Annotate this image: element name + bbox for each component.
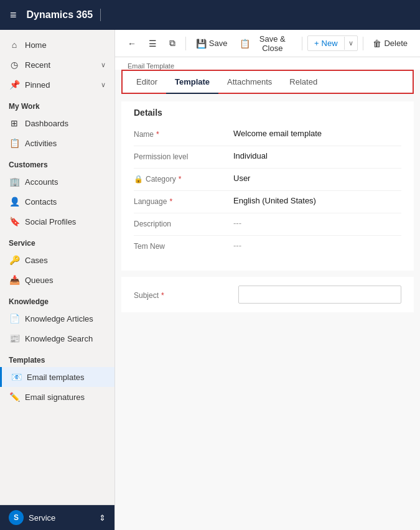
main-content: ← ☰ ⧉ 💾 Save 📋 Save & Close + New — [115, 30, 420, 530]
sidebar-item-label: Queues — [25, 276, 106, 285]
new-label: New — [322, 39, 338, 48]
save-button[interactable]: 💾 Save — [191, 35, 233, 52]
sidebar-item-label: Email templates — [27, 373, 106, 382]
field-value-description: --- — [233, 218, 401, 228]
sidebar-footer[interactable]: S Service ⇕ — [0, 504, 114, 530]
sidebar-item-label: Email signatures — [25, 393, 106, 402]
sidebar-item-label: Dashboards — [25, 119, 106, 128]
save-icon: 💾 — [196, 39, 207, 49]
sidebar-item-label: Knowledge Search — [25, 334, 106, 343]
sidebar-item-label: Home — [25, 40, 106, 50]
field-label-description: Description — [134, 218, 233, 228]
save-close-label: Save & Close — [253, 34, 292, 53]
tab-editor[interactable]: Editor — [128, 71, 166, 94]
sidebar-item-dashboards[interactable]: ⊞ Dashboards — [0, 113, 114, 133]
details-title: Details — [134, 108, 401, 118]
tabs-bar: Editor Template Attachments Related — [121, 70, 414, 94]
field-row-description: Description --- — [134, 213, 401, 236]
duplicate-button[interactable]: ⧉ — [164, 35, 180, 52]
sidebar-item-activities[interactable]: 📋 Activities — [0, 133, 114, 153]
toolbar-divider2 — [302, 37, 302, 50]
field-value-category: User — [233, 174, 401, 183]
tab-template[interactable]: Template — [166, 71, 218, 94]
dashboards-icon: ⊞ — [9, 118, 20, 129]
cases-icon: 🔑 — [9, 254, 20, 266]
sidebar-item-email-templates[interactable]: 📧 Email templates — [0, 367, 114, 387]
new-icon: + — [314, 39, 319, 48]
contacts-icon: 👤 — [9, 196, 20, 207]
field-row-tem-new: Tem New --- — [134, 236, 401, 258]
subject-section: Subject * — [121, 277, 414, 312]
field-value-permission-level: Individual — [233, 151, 401, 160]
field-label-subject: Subject * — [134, 290, 233, 300]
sidebar-item-knowledge-articles[interactable]: 📄 Knowledge Articles — [0, 309, 114, 328]
record-area: Email Template Editor Template Attachmen… — [115, 57, 420, 530]
sidebar-item-label: Accounts — [25, 177, 106, 187]
field-label-permission-level: Permission level — [134, 151, 233, 161]
tab-attachments[interactable]: Attachments — [218, 71, 281, 94]
knowledge-search-icon: 📰 — [9, 333, 20, 344]
record-type-header: Email Template — [115, 57, 420, 70]
home-icon: ⌂ — [9, 39, 20, 50]
form-icon: ☰ — [149, 39, 157, 49]
accounts-icon: 🏢 — [9, 176, 20, 187]
back-button[interactable]: ← — [123, 35, 141, 52]
sidebar-item-cases[interactable]: 🔑 Cases — [0, 250, 114, 270]
duplicate-icon: ⧉ — [169, 38, 175, 49]
activities-icon: 📋 — [9, 137, 20, 149]
app-title: Dynamics 365 — [27, 9, 93, 21]
new-button[interactable]: + New — [308, 36, 344, 50]
sidebar-item-recent[interactable]: ◷ Recent ∨ — [0, 55, 114, 75]
toolbar-divider3 — [363, 37, 363, 50]
field-row-name: Name * Welcome email template — [134, 124, 401, 146]
sidebar-item-home[interactable]: ⌂ Home — [0, 35, 114, 55]
sidebar-item-accounts[interactable]: 🏢 Accounts — [0, 172, 114, 192]
required-indicator: * — [169, 197, 172, 206]
sidebar-item-label: Recent — [25, 60, 101, 70]
delete-button[interactable]: 🗑 Delete — [368, 35, 413, 52]
section-header-knowledge: Knowledge — [0, 290, 114, 309]
record-form-button[interactable]: ☰ — [144, 35, 162, 52]
layout: ⌂ Home ◷ Recent ∨ 📌 Pinned ∨ My Work ⊞ D… — [0, 30, 420, 530]
top-bar-divider — [100, 9, 101, 21]
delete-label: Delete — [384, 39, 408, 48]
lock-icon: 🔒 — [134, 175, 143, 184]
subject-input[interactable] — [238, 286, 401, 304]
toolbar: ← ☰ ⧉ 💾 Save 📋 Save & Close + New — [115, 30, 420, 57]
new-button-group: + New ∨ — [307, 35, 358, 51]
email-signatures-icon: ✏️ — [9, 391, 20, 402]
save-close-button[interactable]: 📋 Save & Close — [235, 31, 297, 56]
sidebar-item-pinned[interactable]: 📌 Pinned ∨ — [0, 75, 114, 95]
hamburger-icon[interactable]: ≡ — [10, 9, 17, 22]
field-label-tem-new: Tem New — [134, 241, 233, 251]
sidebar-item-queues[interactable]: 📥 Queues — [0, 270, 114, 290]
required-indicator: * — [179, 175, 182, 184]
field-row-language: Language * English (United States) — [134, 191, 401, 213]
chevron-updown-icon: ⇕ — [99, 513, 106, 523]
field-row-permission-level: Permission level Individual — [134, 146, 401, 169]
section-header-my-work: My Work — [0, 95, 114, 113]
section-header-service: Service — [0, 231, 114, 250]
section-header-templates: Templates — [0, 348, 114, 367]
sidebar-item-label: Social Profiles — [25, 217, 106, 226]
sidebar-item-knowledge-search[interactable]: 📰 Knowledge Search — [0, 328, 114, 348]
field-value-tem-new: --- — [233, 241, 401, 250]
pin-icon: 📌 — [9, 79, 20, 90]
chevron-down-icon: ∨ — [101, 81, 106, 89]
required-indicator-subject: * — [161, 291, 164, 300]
subject-row: Subject * — [134, 286, 401, 304]
sidebar-footer-label: Service — [29, 513, 99, 523]
sidebar-item-social-profiles[interactable]: 🔖 Social Profiles — [0, 212, 114, 231]
new-dropdown-button[interactable]: ∨ — [344, 37, 357, 50]
field-row-category: 🔒 Category * User — [134, 169, 401, 191]
email-templates-icon: 📧 — [11, 371, 22, 383]
sidebar-nav: ⌂ Home ◷ Recent ∨ 📌 Pinned ∨ My Work ⊞ D… — [0, 30, 114, 504]
sidebar-item-contacts[interactable]: 👤 Contacts — [0, 192, 114, 212]
tab-related[interactable]: Related — [281, 71, 326, 94]
sidebar-item-email-signatures[interactable]: ✏️ Email signatures — [0, 387, 114, 407]
save-label: Save — [209, 39, 228, 48]
record-type-label: Email Template — [128, 62, 174, 70]
social-profiles-icon: 🔖 — [9, 216, 20, 227]
save-close-icon: 📋 — [240, 39, 250, 49]
sidebar: ⌂ Home ◷ Recent ∨ 📌 Pinned ∨ My Work ⊞ D… — [0, 30, 115, 530]
